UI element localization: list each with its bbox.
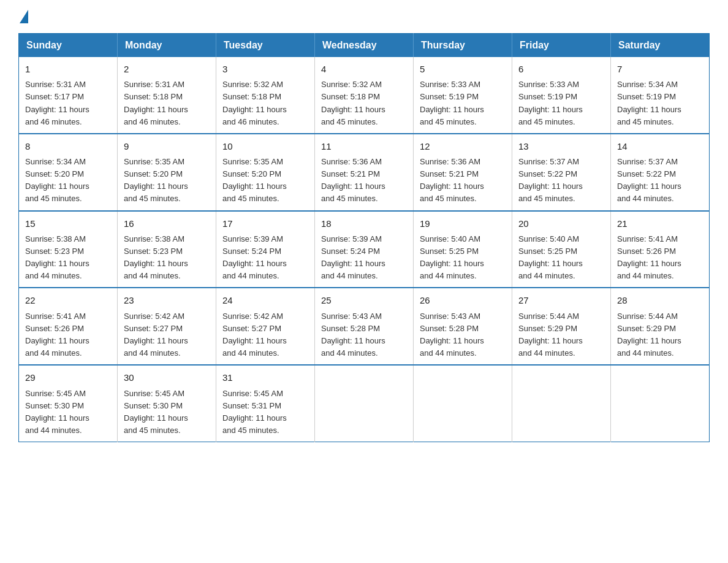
logo [18,12,28,21]
day-info: Sunrise: 5:33 AMSunset: 5:19 PMDaylight:… [420,79,506,128]
calendar-day-cell: 11 Sunrise: 5:36 AMSunset: 5:21 PMDaylig… [315,134,414,211]
day-info: Sunrise: 5:31 AMSunset: 5:17 PMDaylight:… [25,79,111,128]
day-number: 11 [321,139,407,153]
day-number: 17 [222,216,308,231]
calendar-day-cell: 27 Sunrise: 5:44 AMSunset: 5:29 PMDaylig… [512,288,611,365]
day-number: 8 [25,139,111,153]
day-number: 27 [518,293,604,307]
day-info: Sunrise: 5:39 AMSunset: 5:24 PMDaylight:… [222,233,308,283]
calendar-week-row: 15 Sunrise: 5:38 AMSunset: 5:23 PMDaylig… [19,211,710,288]
header-tuesday: Tuesday [216,34,315,58]
day-info: Sunrise: 5:44 AMSunset: 5:29 PMDaylight:… [617,310,703,360]
day-info: Sunrise: 5:38 AMSunset: 5:23 PMDaylight:… [25,233,111,283]
day-info: Sunrise: 5:42 AMSunset: 5:27 PMDaylight:… [222,310,308,360]
day-info: Sunrise: 5:41 AMSunset: 5:26 PMDaylight:… [617,233,703,283]
calendar-day-cell: 16 Sunrise: 5:38 AMSunset: 5:23 PMDaylig… [118,211,216,288]
day-info: Sunrise: 5:37 AMSunset: 5:22 PMDaylight:… [617,156,703,205]
day-number: 18 [321,216,407,231]
day-info: Sunrise: 5:45 AMSunset: 5:30 PMDaylight:… [25,388,111,437]
day-info: Sunrise: 5:37 AMSunset: 5:22 PMDaylight:… [518,156,604,205]
header-wednesday: Wednesday [315,34,414,58]
day-number: 1 [25,62,111,76]
day-info: Sunrise: 5:34 AMSunset: 5:20 PMDaylight:… [25,156,111,205]
day-number: 30 [124,370,210,385]
calendar-week-row: 22 Sunrise: 5:41 AMSunset: 5:26 PMDaylig… [19,288,710,365]
calendar-day-cell: 24 Sunrise: 5:42 AMSunset: 5:27 PMDaylig… [216,288,315,365]
day-number: 19 [420,216,506,231]
day-info: Sunrise: 5:32 AMSunset: 5:18 PMDaylight:… [321,79,407,128]
calendar-day-cell: 7 Sunrise: 5:34 AMSunset: 5:19 PMDayligh… [611,57,710,134]
day-info: Sunrise: 5:34 AMSunset: 5:19 PMDaylight:… [617,79,703,128]
day-number: 12 [420,139,506,153]
day-number: 15 [25,216,111,231]
calendar-day-cell: 6 Sunrise: 5:33 AMSunset: 5:19 PMDayligh… [512,57,611,134]
logo-triangle-icon [20,10,28,23]
calendar-week-row: 8 Sunrise: 5:34 AMSunset: 5:20 PMDayligh… [19,134,710,211]
calendar-day-cell: 25 Sunrise: 5:43 AMSunset: 5:28 PMDaylig… [315,288,414,365]
day-info: Sunrise: 5:40 AMSunset: 5:25 PMDaylight:… [518,233,604,283]
day-info: Sunrise: 5:44 AMSunset: 5:29 PMDaylight:… [518,310,604,360]
day-number: 6 [518,62,604,76]
calendar-day-cell [315,365,414,442]
calendar-day-cell: 10 Sunrise: 5:35 AMSunset: 5:20 PMDaylig… [216,134,315,211]
calendar-day-cell [611,365,710,442]
day-info: Sunrise: 5:33 AMSunset: 5:19 PMDaylight:… [518,79,604,128]
calendar-day-cell: 29 Sunrise: 5:45 AMSunset: 5:30 PMDaylig… [19,365,118,442]
day-number: 14 [617,139,703,153]
day-info: Sunrise: 5:35 AMSunset: 5:20 PMDaylight:… [222,156,308,205]
day-info: Sunrise: 5:39 AMSunset: 5:24 PMDaylight:… [321,233,407,283]
day-info: Sunrise: 5:38 AMSunset: 5:23 PMDaylight:… [124,233,210,283]
calendar-day-cell: 15 Sunrise: 5:38 AMSunset: 5:23 PMDaylig… [19,211,118,288]
day-info: Sunrise: 5:45 AMSunset: 5:31 PMDaylight:… [222,388,308,437]
day-number: 25 [321,293,407,307]
calendar-day-cell: 12 Sunrise: 5:36 AMSunset: 5:21 PMDaylig… [414,134,512,211]
day-number: 16 [124,216,210,231]
day-info: Sunrise: 5:40 AMSunset: 5:25 PMDaylight:… [420,233,506,283]
calendar-day-cell: 31 Sunrise: 5:45 AMSunset: 5:31 PMDaylig… [216,365,315,442]
day-info: Sunrise: 5:43 AMSunset: 5:28 PMDaylight:… [321,310,407,360]
day-number: 13 [518,139,604,153]
calendar-day-cell: 20 Sunrise: 5:40 AMSunset: 5:25 PMDaylig… [512,211,611,288]
header-sunday: Sunday [19,34,118,58]
day-number: 7 [617,62,703,76]
calendar-day-cell [414,365,512,442]
header-monday: Monday [118,34,216,58]
calendar-day-cell: 14 Sunrise: 5:37 AMSunset: 5:22 PMDaylig… [611,134,710,211]
day-number: 10 [222,139,308,153]
header-thursday: Thursday [414,34,512,58]
page-header [18,12,710,21]
calendar-week-row: 1 Sunrise: 5:31 AMSunset: 5:17 PMDayligh… [19,57,710,134]
calendar-day-cell: 17 Sunrise: 5:39 AMSunset: 5:24 PMDaylig… [216,211,315,288]
day-info: Sunrise: 5:36 AMSunset: 5:21 PMDaylight:… [321,156,407,205]
calendar-day-cell: 23 Sunrise: 5:42 AMSunset: 5:27 PMDaylig… [118,288,216,365]
day-number: 28 [617,293,703,307]
day-info: Sunrise: 5:35 AMSunset: 5:20 PMDaylight:… [124,156,210,205]
calendar-day-cell: 2 Sunrise: 5:31 AMSunset: 5:18 PMDayligh… [118,57,216,134]
day-number: 20 [518,216,604,231]
header-friday: Friday [512,34,611,58]
calendar-day-cell: 4 Sunrise: 5:32 AMSunset: 5:18 PMDayligh… [315,57,414,134]
day-number: 26 [420,293,506,307]
calendar-day-cell: 8 Sunrise: 5:34 AMSunset: 5:20 PMDayligh… [19,134,118,211]
calendar-day-cell: 5 Sunrise: 5:33 AMSunset: 5:19 PMDayligh… [414,57,512,134]
calendar-day-cell: 3 Sunrise: 5:32 AMSunset: 5:18 PMDayligh… [216,57,315,134]
calendar-day-cell: 26 Sunrise: 5:43 AMSunset: 5:28 PMDaylig… [414,288,512,365]
day-number: 4 [321,62,407,76]
calendar-day-cell: 9 Sunrise: 5:35 AMSunset: 5:20 PMDayligh… [118,134,216,211]
day-number: 3 [222,62,308,76]
day-info: Sunrise: 5:45 AMSunset: 5:30 PMDaylight:… [124,388,210,437]
calendar-day-cell: 19 Sunrise: 5:40 AMSunset: 5:25 PMDaylig… [414,211,512,288]
calendar-header-row: SundayMondayTuesdayWednesdayThursdayFrid… [19,34,710,58]
calendar-day-cell: 1 Sunrise: 5:31 AMSunset: 5:17 PMDayligh… [19,57,118,134]
header-saturday: Saturday [611,34,710,58]
day-number: 23 [124,293,210,307]
calendar-day-cell [512,365,611,442]
day-number: 21 [617,216,703,231]
day-info: Sunrise: 5:42 AMSunset: 5:27 PMDaylight:… [124,310,210,360]
day-info: Sunrise: 5:31 AMSunset: 5:18 PMDaylight:… [124,79,210,128]
day-info: Sunrise: 5:41 AMSunset: 5:26 PMDaylight:… [25,310,111,360]
day-number: 29 [25,370,111,385]
calendar-day-cell: 22 Sunrise: 5:41 AMSunset: 5:26 PMDaylig… [19,288,118,365]
day-number: 9 [124,139,210,153]
calendar-day-cell: 28 Sunrise: 5:44 AMSunset: 5:29 PMDaylig… [611,288,710,365]
